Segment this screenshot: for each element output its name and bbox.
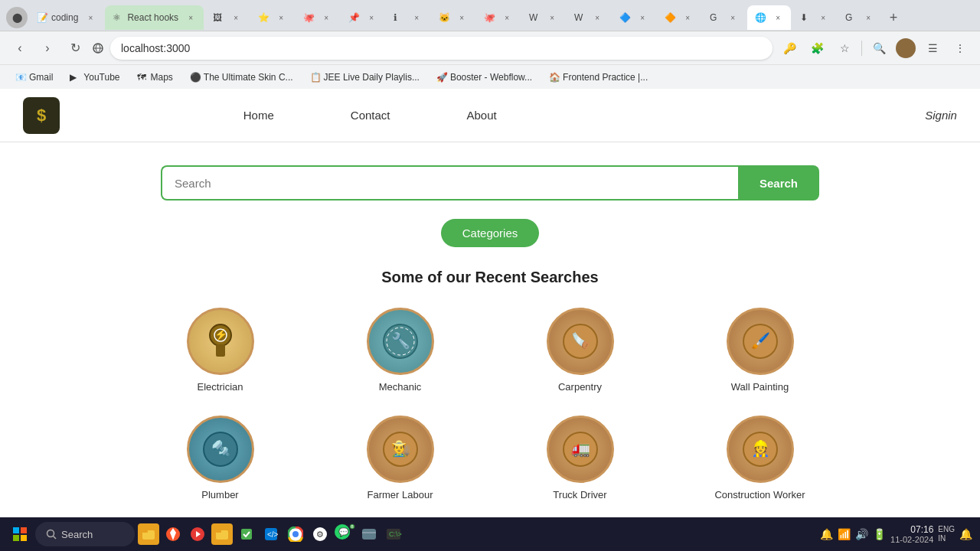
tab-6[interactable]: 📌× — [341, 5, 384, 30]
tab-12[interactable]: 🔷× — [612, 5, 655, 30]
bookmark-youtube[interactable]: ▶YouTube — [64, 70, 126, 84]
taskbar-media[interactable] — [187, 523, 208, 545]
list-item[interactable]: 🚛 Truck Driver — [505, 416, 655, 500]
recent-searches-title: Some of our Recent Searches — [381, 269, 598, 286]
search-button[interactable]: Search — [738, 165, 819, 201]
taskbar-terminal[interactable]: C:\> — [383, 523, 404, 545]
notification-bell[interactable]: 🔔 — [959, 528, 972, 540]
carpentry-icon: 🪚 — [547, 308, 614, 375]
main-content: Search Categories Some of our Recent Sea… — [0, 142, 980, 523]
address-input[interactable] — [110, 37, 773, 60]
bookmark-frontend[interactable]: 🏠Frontend Practice |... — [543, 70, 654, 84]
tab-11[interactable]: W× — [567, 5, 610, 30]
svg-point-39 — [292, 531, 299, 537]
mechanic-icon: 🔧 — [367, 308, 434, 375]
wifi-icon[interactable]: 📶 — [838, 528, 851, 540]
svg-line-26 — [54, 536, 57, 540]
bookmark-skin[interactable]: ⚫The Ultimate Skin C... — [184, 70, 299, 84]
svg-text:👷: 👷 — [750, 439, 769, 458]
svg-text:🚛: 🚛 — [570, 439, 590, 458]
extensions-button[interactable]: 🧩 — [806, 37, 828, 59]
reload-button[interactable]: ↻ — [64, 37, 86, 59]
nav-about[interactable]: About — [467, 109, 497, 122]
forward-button[interactable]: › — [37, 37, 58, 59]
clock-date: 11-02-2024 — [890, 535, 933, 544]
zoom-button[interactable]: 🔍 — [868, 37, 890, 59]
list-item[interactable]: 🔧 Mechanic — [325, 308, 475, 393]
tab-3[interactable]: 🖼× — [205, 5, 249, 30]
tab-react-hooks[interactable]: ⚛React hooks× — [105, 5, 204, 30]
tab-4[interactable]: ⭐× — [250, 5, 294, 30]
taskbar-search-label: Search — [61, 529, 93, 540]
tab-9[interactable]: 🐙× — [476, 5, 520, 30]
signin-button[interactable]: Signin — [925, 109, 957, 122]
password-manager-button[interactable]: 🔑 — [779, 37, 800, 59]
logo[interactable]: $ — [23, 97, 60, 134]
list-item[interactable]: ⚡ Electrician — [145, 308, 295, 393]
taskbar-chrome[interactable] — [285, 523, 306, 545]
truck-label: Truck Driver — [553, 489, 606, 500]
navbar: $ Home Contact About Signin — [0, 89, 980, 142]
start-button[interactable] — [8, 522, 32, 546]
menu-button[interactable]: ⋮ — [949, 37, 971, 59]
notification-icon[interactable]: 🔔 — [820, 528, 833, 540]
taskbar-file-explorer[interactable] — [138, 523, 159, 545]
tab-8[interactable]: 🐱× — [431, 5, 475, 30]
tab-7[interactable]: ℹ× — [386, 5, 430, 30]
nav-home[interactable]: Home — [243, 109, 274, 122]
taskbar-brave[interactable] — [162, 523, 184, 545]
bookmark-maps[interactable]: 🗺Maps — [131, 70, 179, 84]
tab-15[interactable]: ⬇× — [792, 5, 836, 30]
taskbar-github[interactable]: ⚙ — [309, 523, 331, 545]
svg-rect-35 — [241, 529, 252, 540]
sidebar-toggle[interactable]: ☰ — [922, 37, 943, 59]
list-item[interactable]: 👷 Construction Worker — [685, 416, 835, 500]
taskbar-messages[interactable] — [358, 523, 380, 545]
svg-rect-24 — [21, 535, 27, 541]
tab-active[interactable]: 🌐× — [747, 5, 791, 30]
tab-16[interactable]: G× — [838, 5, 881, 30]
plumber-icon: 🔩 — [187, 416, 254, 483]
bookmarks-bar: 📧Gmail ▶YouTube 🗺Maps ⚫The Ultimate Skin… — [0, 64, 980, 89]
svg-rect-3 — [216, 344, 225, 357]
tab-14[interactable]: G× — [702, 5, 746, 30]
profile-button[interactable] — [896, 38, 916, 58]
categories-button[interactable]: Categories — [441, 219, 540, 247]
taskbar-vscode[interactable]: </> — [260, 523, 282, 545]
taskbar-todo[interactable] — [236, 523, 257, 545]
taskbar-search[interactable]: Search — [35, 522, 135, 546]
tab-10[interactable]: W× — [521, 5, 565, 30]
tab-group-button[interactable]: ⬤ — [6, 7, 28, 28]
new-tab-button[interactable]: + — [883, 7, 904, 28]
taskbar-folder[interactable] — [211, 523, 233, 545]
volume-icon[interactable]: 🔊 — [855, 528, 868, 540]
svg-point-25 — [47, 530, 54, 537]
tab-5[interactable]: 🐙× — [296, 5, 339, 30]
search-container: Search — [161, 165, 819, 201]
wallpainting-icon: 🖌️ — [727, 308, 794, 375]
list-item[interactable]: 👨‍🌾 Farmer Labour — [325, 416, 475, 500]
page-content: $ Home Contact About Signin Search Categ… — [0, 89, 980, 551]
wallpainting-label: Wall Painting — [731, 381, 789, 393]
bookmark-booster[interactable]: 🚀Booster - Webflow... — [430, 70, 538, 84]
bookmark-gmail[interactable]: 📧Gmail — [9, 70, 59, 84]
svg-text:🔧: 🔧 — [390, 331, 410, 350]
list-item[interactable]: 🪚 Carpentry — [505, 308, 655, 393]
list-item[interactable]: 🔩 Plumber — [145, 416, 295, 500]
bookmark-jee[interactable]: 📋JEE Live Daily Playlis... — [304, 70, 426, 84]
battery-icon[interactable]: 🔋 — [873, 528, 886, 540]
svg-rect-22 — [21, 527, 27, 533]
back-button[interactable]: ‹ — [9, 37, 31, 59]
mechanic-label: Mechanic — [379, 381, 422, 393]
svg-text:👨‍🌾: 👨‍🌾 — [390, 439, 410, 458]
taskbar-whatsapp[interactable]: 💬 8 — [334, 523, 355, 545]
search-input[interactable] — [161, 165, 738, 201]
system-clock[interactable]: 07:16 11-02-2024 — [890, 524, 933, 544]
farmer-icon: 👨‍🌾 — [367, 416, 434, 483]
bookmark-button[interactable]: ☆ — [834, 37, 855, 59]
tab-coding[interactable]: 📝coding× — [29, 5, 103, 30]
categories-grid: ⚡ Electrician 🔧 Mechanic — [145, 308, 835, 500]
tab-13[interactable]: 🔶× — [657, 5, 701, 30]
nav-contact[interactable]: Contact — [351, 109, 390, 122]
list-item[interactable]: 🖌️ Wall Painting — [685, 308, 835, 393]
